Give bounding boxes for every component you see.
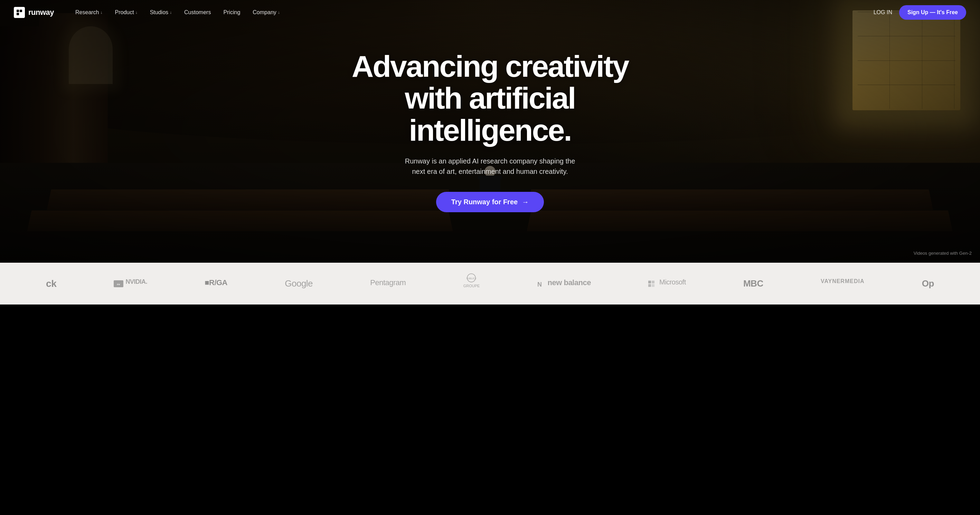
svg-rect-1 [20,10,22,12]
svg-rect-2 [17,13,19,15]
logo-icon [14,7,25,18]
svg-text:N: N [537,281,542,288]
publicis-seal-icon: PUBLICS [466,273,476,284]
gen2-badge: Videos generated with Gen-2 [914,250,972,256]
cta-button[interactable]: Try Runway for Free → [436,192,544,212]
login-link[interactable]: LOG IN [873,10,892,16]
nav-research[interactable]: Research ↓ [70,6,107,18]
cta-label: Try Runway for Free [451,198,518,206]
studios-dropdown-icon: ↓ [170,10,172,15]
company-dropdown-icon: ↓ [278,10,280,15]
nav-pricing[interactable]: Pricing [218,6,245,18]
hero-subtitle: Runway is an applied AI research company… [341,156,639,177]
logo-item-partial-right: Op [922,278,934,289]
nav-company[interactable]: Company ↓ [248,6,285,18]
microsoft-grid-icon [648,281,654,287]
nav-product[interactable]: Product ↓ [110,6,142,18]
logo-item-nvidia: nv NVIDIA. [114,278,147,289]
svg-rect-0 [17,10,19,12]
logo-item-partial-left: ck [46,278,56,289]
logo-item-newbalance: N new balance [537,278,591,289]
product-dropdown-icon: ↓ [135,10,138,15]
hero-title: Advancing creativity with artificial int… [341,51,639,146]
nb-icon: N [537,278,546,289]
logo-item-google: Google [285,278,313,289]
svg-text:nv: nv [117,283,121,286]
nav-right: LOG IN Sign Up — It's Free [873,5,966,20]
hero-content: Advancing creativity with artificial int… [334,51,646,212]
signup-button[interactable]: Sign Up — It's Free [899,5,966,20]
logo-text: runway [28,8,54,17]
nvidia-icon: nv [114,278,123,289]
research-dropdown-icon: ↓ [100,10,103,15]
nav-customers[interactable]: Customers [179,6,216,18]
nav-links: Research ↓ Product ↓ Studios ↓ Customers… [70,6,285,18]
logo-item-pentagram: Pentagram [370,278,406,289]
svg-text:PUBLICS: PUBLICS [466,277,476,280]
logo-item-mbc: MBC [743,278,763,289]
logo[interactable]: runway [14,7,54,18]
logos-strip: ck nv NVIDIA. ■R/GA Google Pentagram PUB… [0,263,980,305]
logo-item-vaynermedia: VAYNERMEDIA [821,278,865,289]
logo-item-microsoft: Microsoft [648,278,686,289]
logo-item-publicis: PUBLICS GROUPE [463,273,480,295]
nav-studios[interactable]: Studios ↓ [145,6,177,18]
nav-left: runway Research ↓ Product ↓ Studios ↓ Cu… [14,6,285,18]
logo-item-rga: ■R/GA [205,278,228,289]
navbar: runway Research ↓ Product ↓ Studios ↓ Cu… [0,0,980,25]
cta-arrow-icon: → [522,198,529,206]
hero-section: Advancing creativity with artificial int… [0,0,980,263]
